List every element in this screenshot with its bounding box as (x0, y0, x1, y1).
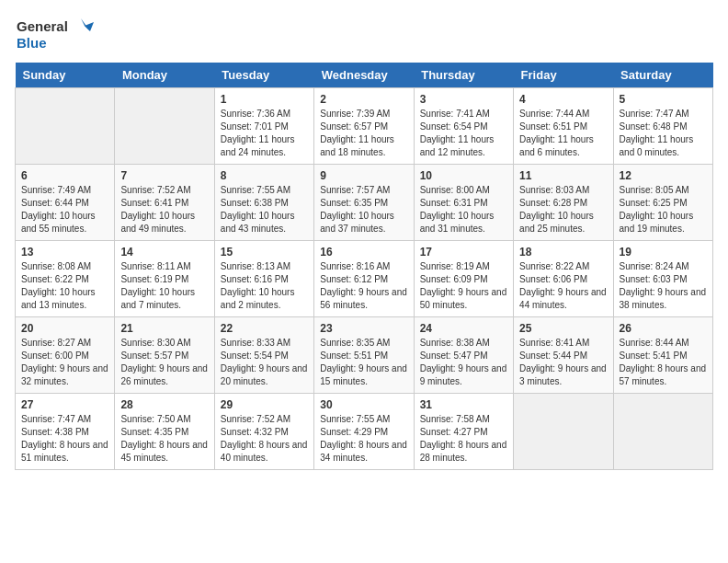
day-cell: 4Sunrise: 7:44 AMSunset: 6:51 PMDaylight… (514, 88, 613, 165)
day-cell: 18Sunrise: 8:22 AMSunset: 6:06 PMDayligh… (514, 241, 613, 317)
day-cell: 28Sunrise: 7:50 AMSunset: 4:35 PMDayligh… (115, 394, 214, 470)
day-cell: 9Sunrise: 7:57 AMSunset: 6:35 PMDaylight… (314, 165, 414, 241)
cell-text: Sunrise: 7:52 AMSunset: 4:32 PMDaylight:… (221, 414, 308, 463)
day-number: 6 (21, 169, 108, 182)
cell-text: Sunrise: 8:13 AMSunset: 6:16 PMDaylight:… (221, 261, 295, 310)
day-cell: 22Sunrise: 8:33 AMSunset: 5:54 PMDayligh… (214, 317, 313, 394)
day-number: 7 (120, 169, 208, 182)
header-friday: Friday (514, 63, 613, 88)
day-number: 24 (420, 322, 507, 335)
day-cell: 21Sunrise: 8:30 AMSunset: 5:57 PMDayligh… (115, 317, 214, 394)
day-cell: 13Sunrise: 8:08 AMSunset: 6:22 PMDayligh… (16, 241, 115, 317)
day-number: 29 (221, 398, 308, 411)
day-number: 30 (320, 398, 407, 411)
day-number: 16 (320, 246, 407, 259)
cell-text: Sunrise: 7:57 AMSunset: 6:35 PMDaylight:… (320, 185, 394, 234)
cell-text: Sunrise: 8:16 AMSunset: 6:12 PMDaylight:… (320, 261, 407, 310)
day-cell (613, 394, 712, 470)
cell-text: Sunrise: 7:50 AMSunset: 4:35 PMDaylight:… (120, 414, 208, 463)
day-cell: 26Sunrise: 8:44 AMSunset: 5:41 PMDayligh… (613, 317, 712, 394)
cell-text: Sunrise: 7:44 AMSunset: 6:51 PMDaylight:… (519, 109, 594, 157)
day-cell: 11Sunrise: 8:03 AMSunset: 6:28 PMDayligh… (514, 165, 613, 241)
week-row-4: 20Sunrise: 8:27 AMSunset: 6:00 PMDayligh… (16, 317, 713, 394)
cell-text: Sunrise: 8:24 AMSunset: 6:03 PMDaylight:… (620, 261, 707, 310)
cell-text: Sunrise: 7:55 AMSunset: 6:38 PMDaylight:… (221, 185, 295, 234)
week-row-1: 1Sunrise: 7:36 AMSunset: 7:01 PMDaylight… (16, 88, 713, 165)
day-cell: 12Sunrise: 8:05 AMSunset: 6:25 PMDayligh… (613, 165, 712, 241)
cell-text: Sunrise: 8:33 AMSunset: 5:54 PMDaylight:… (221, 338, 308, 386)
cell-text: Sunrise: 8:27 AMSunset: 6:00 PMDaylight:… (21, 338, 108, 386)
day-number: 10 (420, 169, 507, 182)
svg-text:General: General (17, 18, 68, 34)
day-cell: 5Sunrise: 7:47 AMSunset: 6:48 PMDaylight… (613, 88, 712, 165)
day-number: 27 (21, 398, 108, 411)
day-cell: 3Sunrise: 7:41 AMSunset: 6:54 PMDaylight… (414, 88, 513, 165)
day-cell: 15Sunrise: 8:13 AMSunset: 6:16 PMDayligh… (214, 241, 313, 317)
day-cell (514, 394, 613, 470)
svg-marker-3 (85, 22, 94, 31)
day-number: 2 (320, 93, 407, 106)
cell-text: Sunrise: 8:05 AMSunset: 6:25 PMDaylight:… (620, 185, 694, 234)
day-number: 22 (221, 322, 308, 335)
day-number: 23 (320, 322, 407, 335)
day-cell: 19Sunrise: 8:24 AMSunset: 6:03 PMDayligh… (613, 241, 712, 317)
header-thursday: Thursday (414, 63, 513, 88)
day-cell: 6Sunrise: 7:49 AMSunset: 6:44 PMDaylight… (16, 165, 115, 241)
svg-text:Blue: Blue (17, 35, 47, 51)
day-cell: 1Sunrise: 7:36 AMSunset: 7:01 PMDaylight… (214, 88, 313, 165)
cell-text: Sunrise: 7:47 AMSunset: 6:48 PMDaylight:… (620, 109, 694, 157)
day-cell: 10Sunrise: 8:00 AMSunset: 6:31 PMDayligh… (414, 165, 513, 241)
day-cell: 31Sunrise: 7:58 AMSunset: 4:27 PMDayligh… (414, 394, 513, 470)
day-number: 13 (21, 246, 108, 259)
day-number: 11 (519, 169, 607, 182)
day-number: 17 (420, 246, 507, 259)
day-number: 8 (221, 169, 308, 182)
day-number: 14 (120, 246, 208, 259)
cell-text: Sunrise: 8:38 AMSunset: 5:47 PMDaylight:… (420, 338, 507, 386)
week-row-2: 6Sunrise: 7:49 AMSunset: 6:44 PMDaylight… (16, 165, 713, 241)
cell-text: Sunrise: 8:35 AMSunset: 5:51 PMDaylight:… (320, 338, 407, 386)
day-number: 20 (21, 322, 108, 335)
day-number: 4 (519, 93, 607, 106)
day-cell (115, 88, 214, 165)
day-cell: 7Sunrise: 7:52 AMSunset: 6:41 PMDaylight… (115, 165, 214, 241)
day-number: 5 (620, 93, 707, 106)
cell-text: Sunrise: 8:03 AMSunset: 6:28 PMDaylight:… (519, 185, 594, 234)
calendar-header-row: SundayMondayTuesdayWednesdayThursdayFrid… (16, 63, 713, 88)
day-number: 18 (519, 246, 607, 259)
cell-text: Sunrise: 8:44 AMSunset: 5:41 PMDaylight:… (620, 338, 707, 386)
day-number: 28 (120, 398, 208, 411)
day-cell: 24Sunrise: 8:38 AMSunset: 5:47 PMDayligh… (414, 317, 513, 394)
cell-text: Sunrise: 8:22 AMSunset: 6:06 PMDaylight:… (519, 261, 607, 310)
day-number: 21 (120, 322, 208, 335)
cell-text: Sunrise: 7:36 AMSunset: 7:01 PMDaylight:… (221, 109, 295, 157)
day-cell: 8Sunrise: 7:55 AMSunset: 6:38 PMDaylight… (214, 165, 313, 241)
cell-text: Sunrise: 7:39 AMSunset: 6:57 PMDaylight:… (320, 109, 394, 157)
day-cell: 27Sunrise: 7:47 AMSunset: 4:38 PMDayligh… (16, 394, 115, 470)
header-sunday: Sunday (16, 63, 115, 88)
cell-text: Sunrise: 8:41 AMSunset: 5:44 PMDaylight:… (519, 338, 607, 386)
day-number: 12 (620, 169, 707, 182)
header-monday: Monday (115, 63, 214, 88)
header-tuesday: Tuesday (214, 63, 313, 88)
cell-text: Sunrise: 8:19 AMSunset: 6:09 PMDaylight:… (420, 261, 507, 310)
day-cell: 30Sunrise: 7:55 AMSunset: 4:29 PMDayligh… (314, 394, 414, 470)
cell-text: Sunrise: 7:52 AMSunset: 6:41 PMDaylight:… (120, 185, 195, 234)
cell-text: Sunrise: 7:58 AMSunset: 4:27 PMDaylight:… (420, 414, 507, 463)
day-number: 31 (420, 398, 507, 411)
header-saturday: Saturday (613, 63, 712, 88)
week-row-3: 13Sunrise: 8:08 AMSunset: 6:22 PMDayligh… (16, 241, 713, 317)
logo: General Blue (15, 15, 97, 55)
cell-text: Sunrise: 7:55 AMSunset: 4:29 PMDaylight:… (320, 414, 407, 463)
day-cell: 16Sunrise: 8:16 AMSunset: 6:12 PMDayligh… (314, 241, 414, 317)
day-number: 25 (519, 322, 607, 335)
logo-svg: General Blue (15, 15, 97, 55)
day-cell: 20Sunrise: 8:27 AMSunset: 6:00 PMDayligh… (16, 317, 115, 394)
cell-text: Sunrise: 7:49 AMSunset: 6:44 PMDaylight:… (21, 185, 96, 234)
calendar-table: SundayMondayTuesdayWednesdayThursdayFrid… (15, 63, 713, 470)
day-cell: 25Sunrise: 8:41 AMSunset: 5:44 PMDayligh… (514, 317, 613, 394)
day-cell: 29Sunrise: 7:52 AMSunset: 4:32 PMDayligh… (214, 394, 313, 470)
cell-text: Sunrise: 8:08 AMSunset: 6:22 PMDaylight:… (21, 261, 96, 310)
cell-text: Sunrise: 7:41 AMSunset: 6:54 PMDaylight:… (420, 109, 495, 157)
week-row-5: 27Sunrise: 7:47 AMSunset: 4:38 PMDayligh… (16, 394, 713, 470)
